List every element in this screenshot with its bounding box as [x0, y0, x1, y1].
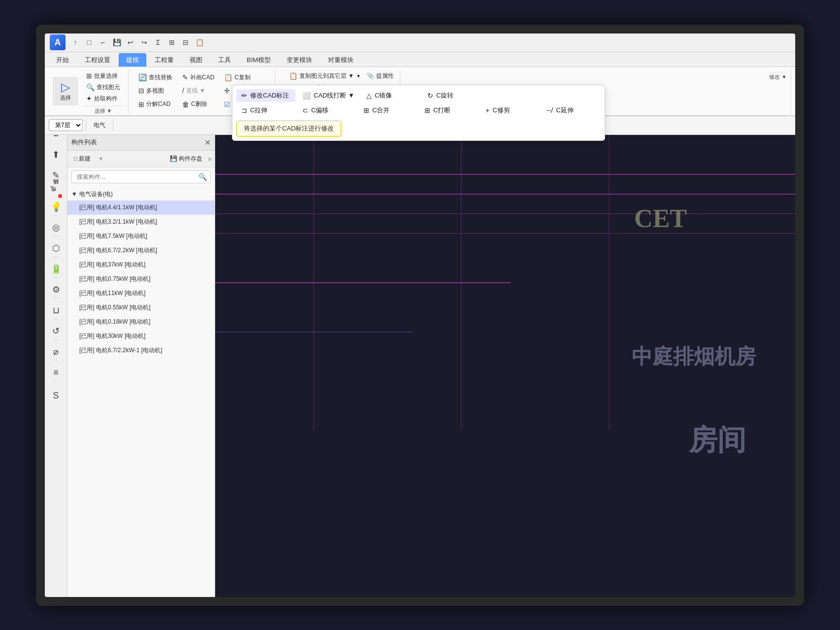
ribbon-content: ▷ 选择 ⊞ 批量选择 🔍 查找图元 ✦ 拾取构件	[45, 67, 795, 116]
floor-select[interactable]: 第7层	[49, 119, 83, 131]
select-large-btn[interactable]: ▷ 选择	[53, 77, 78, 105]
tab-quantities[interactable]: 工程量	[147, 53, 181, 66]
panel-tb-divider: ▼	[98, 156, 103, 162]
tab-change[interactable]: 变更模块	[279, 53, 320, 66]
list-item-2[interactable]: [已用] 电机7.5kW [电动机]	[67, 229, 215, 243]
list-item-7[interactable]: [已用] 电机0.55kW [电动机]	[67, 300, 215, 315]
tooltip-box: 将选择的某个CAD标注进行修改	[236, 121, 341, 136]
nav-arrow-up-icon: ⬆	[52, 149, 60, 160]
c-merge-btn[interactable]: ⊞ C合并	[358, 104, 418, 117]
nav-arrow-up-btn[interactable]: ⬆	[47, 146, 65, 164]
find-replace-btn[interactable]: 🔄 查找替换	[136, 72, 174, 83]
c-rotate-btn[interactable]: ↻ C旋转	[422, 89, 482, 102]
panel-toolbar: □ 新建 ▼ 💾 构件存盘 »	[67, 151, 215, 167]
toolbar-undo-icon[interactable]: ↩	[125, 36, 136, 48]
tab-tools[interactable]: 工具	[211, 53, 238, 66]
stretch-icon: ⊐	[241, 106, 247, 114]
toolbar-layout-icon[interactable]: ⊟	[180, 36, 192, 48]
offset-icon: ⊂	[302, 106, 308, 114]
delete-cad-btn[interactable]: 🗑 C删除	[180, 99, 216, 109]
save-component-btn[interactable]: 💾 构件存盘	[166, 153, 206, 165]
toolbar-sum-icon[interactable]: Σ	[152, 36, 164, 48]
cad-text-room-name: 中庭排烟机房	[632, 343, 756, 370]
dropdown-row-1: ✏ 修改CAD标注 ⬜ CAD线打断 ▼ △ C镜像 ↻ C旋转	[236, 89, 601, 102]
power-icon-btn[interactable]: ⬡ ···	[47, 242, 65, 260]
c-offset-btn[interactable]: ⊂ C偏移	[297, 104, 356, 117]
dots-8: ···	[54, 358, 58, 363]
toolbar-grid-icon[interactable]: ⊞	[166, 36, 178, 48]
circle-icon-btn[interactable]: ◎ ···	[47, 222, 65, 239]
floor-icon-btn[interactable]: ⊔ ···	[47, 304, 65, 322]
tab-bim[interactable]: BIM模型	[239, 53, 278, 66]
c-trim-btn[interactable]: + C修剪	[481, 104, 540, 117]
multi-view-btn[interactable]: ⊟ 多视图	[136, 86, 174, 96]
category-label: 电气设备(电)	[79, 190, 113, 199]
nav-edit-btn[interactable]: ✎	[47, 166, 65, 184]
tab-quantity-check[interactable]: 对量模块	[321, 53, 361, 66]
cad-break-line-btn[interactable]: ⬜ CAD线打断 ▼	[297, 89, 359, 102]
panel-close-btn[interactable]: ✕	[204, 138, 211, 147]
refresh-icon-btn[interactable]: ↺ ···	[47, 325, 65, 343]
electric-label-row: 电气	[50, 194, 62, 198]
divider-1	[86, 119, 86, 131]
list-item-5[interactable]: [已用] 电机0.75kW [电动机]	[67, 272, 215, 286]
search-input[interactable]	[71, 170, 211, 183]
toolbar-open-icon[interactable]: ⌐	[97, 36, 109, 48]
tab-start[interactable]: 开始	[49, 53, 76, 66]
select-group-label: 选择 ▼	[84, 106, 122, 115]
c-extend-btn[interactable]: --/ C延伸	[542, 104, 601, 117]
panel-more-icon[interactable]: »	[208, 155, 212, 163]
list-item-8[interactable]: [已用] 电机0.18kW [电动机]	[67, 315, 215, 329]
draw-cad-btn[interactable]: ✎ 补画CAD	[180, 72, 216, 83]
straight-line-btn[interactable]: / 直线 ▼	[180, 86, 216, 96]
c-stretch-btn[interactable]: ⊐ C拉伸	[236, 104, 295, 117]
list-item-0[interactable]: [已用] 电机4.4/1.1kW [电动机]	[67, 200, 215, 215]
list-item-6[interactable]: [已用] 电机11kW [电动机]	[67, 286, 215, 300]
dropdown-menu: ✏ 修改CAD标注 ⬜ CAD线打断 ▼ △ C镜像 ↻ C旋转	[232, 85, 605, 141]
list-item-3[interactable]: [已用] 电机6.7/2.2kW [电动机]	[67, 243, 215, 258]
c-mirror-btn[interactable]: △ C镜像	[361, 89, 420, 102]
list-icon: ≡	[53, 367, 59, 378]
pick-component-btn[interactable]: ✦ 拾取构件	[84, 94, 122, 104]
search-box: 🔍	[71, 170, 211, 183]
toolbar-new-icon[interactable]: □	[83, 36, 95, 48]
toolbar-redo-icon[interactable]: ↪	[138, 36, 150, 48]
tab-view[interactable]: 视图	[182, 53, 210, 66]
list-item-9[interactable]: [已用] 电机30kW [电动机]	[67, 329, 215, 343]
mirror-icon: △	[366, 92, 372, 99]
toolbar-save-icon[interactable]: 💾	[111, 36, 123, 48]
lighting-icon-btn[interactable]: 💡 ···	[47, 201, 65, 219]
gear-icon-btn[interactable]: ⚙ ···	[47, 284, 65, 301]
dots-1: ···	[54, 213, 58, 218]
category-header[interactable]: ▼ 电气设备(电)	[67, 188, 215, 200]
panel-title: 构件列表	[71, 138, 97, 147]
battery-icon-btn[interactable]: 🔋 ···	[47, 263, 65, 281]
cad-text-room: 房间	[689, 421, 746, 460]
modify-cad-label-btn[interactable]: ✏ 修改CAD标注	[236, 89, 295, 102]
copy-to-layer-btn[interactable]: 📋 复制图元到其它层 ▼ ▼ 📎 提属性	[287, 71, 396, 81]
toolbar-up-icon[interactable]: ↑	[69, 36, 81, 48]
s-icon-btn[interactable]: S	[47, 387, 65, 405]
batch-select-btn[interactable]: ⊞ 批量选择	[84, 71, 122, 81]
electric-dot	[58, 194, 62, 198]
new-component-btn[interactable]: □ 新建	[70, 153, 94, 165]
refresh-icon: ↺	[52, 326, 60, 336]
discipline-btn[interactable]: 电气	[89, 119, 110, 132]
tab-project-settings[interactable]: 工程设置	[77, 53, 118, 66]
decompose-cad-btn[interactable]: ⊞ 分解CAD	[136, 99, 174, 109]
list-item-10[interactable]: [已用] 电机6.7/2.2kW-1 [电动机]	[67, 343, 215, 358]
panel-area: 构件列表 ✕ □ 新建 ▼ 💾 构件存盘 »	[67, 135, 215, 597]
copy-btn[interactable]: 📋 C复制	[222, 72, 270, 83]
ribbon-group-select: ▷ 选择 ⊞ 批量选择 🔍 查找图元 ✦ 拾取构件	[49, 69, 129, 113]
tab-build-model[interactable]: 建模	[119, 53, 146, 66]
main-area: 导航栏 ⬆ ✎ 轴线 电气 💡 ··· ◎ ···	[45, 135, 795, 597]
find-element-btn[interactable]: 🔍 查找图元	[84, 82, 122, 93]
toolbar-paste-icon[interactable]: 📋	[194, 36, 205, 48]
list-item-4[interactable]: [已用] 电机37kW [电动机]	[67, 258, 215, 272]
dots-7: ···	[54, 337, 58, 342]
c-break-btn[interactable]: ⊞ C打断	[420, 104, 479, 117]
list-icon-btn[interactable]: ≡ ···	[47, 366, 65, 384]
diameter-icon-btn[interactable]: ⌀ ···	[47, 346, 65, 364]
list-item-1[interactable]: [已用] 电机3.2/1.1kW [电动机]	[67, 215, 215, 229]
ribbon-tabs: 开始 工程设置 建模 工程量 视图 工具 BIM模型 变更模块 对量模块	[45, 52, 795, 67]
